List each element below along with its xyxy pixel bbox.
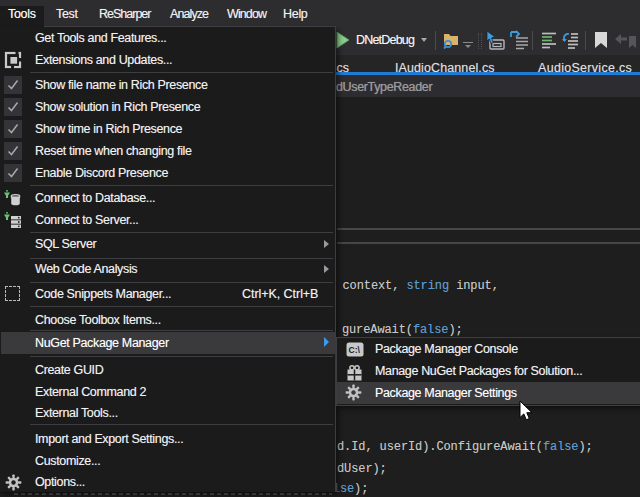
svg-text:C:\: C:\: [348, 345, 360, 355]
